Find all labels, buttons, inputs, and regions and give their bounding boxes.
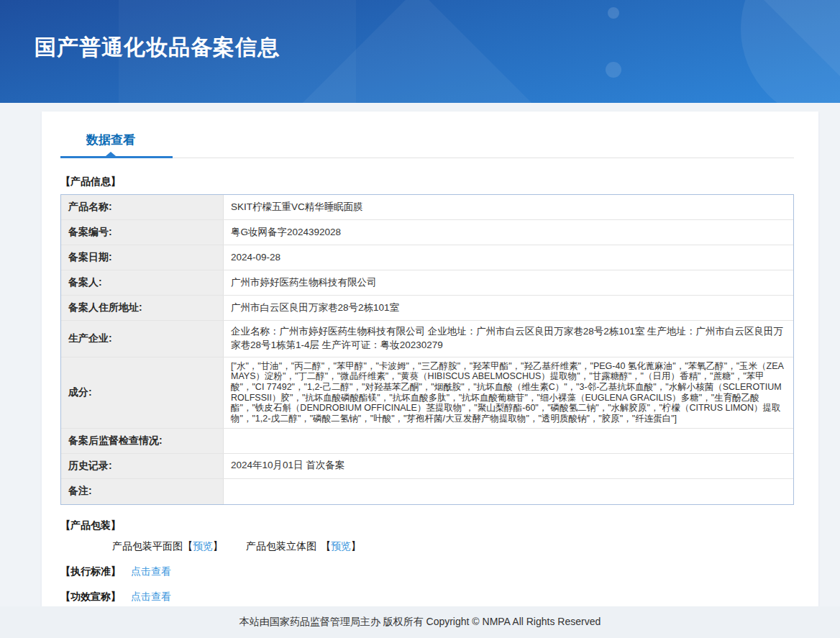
- standards-row: 【执行标准】 点击查看: [60, 565, 818, 578]
- page-footer: 本站由国家药品监督管理局主办 版权所有 Copyright © NMPA All…: [0, 606, 840, 638]
- left-bracket: 【: [321, 540, 331, 553]
- field-label: 备案编号:: [61, 220, 224, 245]
- table-row-registrant-address: 备案人住所地址: 广州市白云区良田万家巷28号2栋101室: [61, 296, 793, 321]
- table-row-product-name: 产品名称: SKIT柠檬五重VC精华睡眠面膜: [61, 195, 793, 220]
- tab-divider-line: [173, 158, 794, 158]
- packaging-flat-label: 产品包装平面图: [112, 540, 183, 553]
- field-value: 企业名称：广州市婷好医药生物科技有限公司 企业地址：广州市白云区良田万家巷28号…: [224, 321, 793, 357]
- footer-copyright-text: 本站由国家药品监督管理局主办 版权所有 Copyright © NMPA All…: [239, 616, 601, 629]
- field-label: 生产企业:: [61, 321, 224, 357]
- table-row-ingredients: 成分: ["水"，"甘油"，"丙二醇"，"苯甲醇"，"卡波姆"，"三乙醇胺"，"…: [61, 357, 793, 429]
- tab-active-indicator: [60, 156, 173, 158]
- packaging-stereo-group: 产品包装立体图 【 预览 】: [246, 540, 361, 553]
- tab-data-view[interactable]: 数据查看: [86, 132, 135, 148]
- standards-view-link[interactable]: 点击查看: [131, 565, 171, 578]
- table-row-manufacturer: 生产企业: 企业名称：广州市婷好医药生物科技有限公司 企业地址：广州市白云区良田…: [61, 321, 793, 357]
- field-value: ["水"，"甘油"，"丙二醇"，"苯甲醇"，"卡波姆"，"三乙醇胺"，"羟苯甲酯…: [224, 357, 793, 428]
- packaging-flat-preview-link[interactable]: 预览: [193, 540, 213, 553]
- header-decor-dot-2: [606, 62, 621, 78]
- field-label: 产品名称:: [61, 195, 224, 219]
- packaging-row: 产品包装平面图 【 预览 】 产品包装立体图 【 预览 】: [60, 540, 818, 553]
- field-value: 2024年10月01日 首次备案: [224, 455, 793, 477]
- table-row-history: 历史记录: 2024年10月01日 首次备案: [61, 454, 793, 479]
- product-info-table: 产品名称: SKIT柠檬五重VC精华睡眠面膜 备案编号: 粤G妆网备字20243…: [60, 194, 794, 505]
- field-value: SKIT柠檬五重VC精华睡眠面膜: [224, 196, 793, 219]
- field-value: [224, 487, 793, 496]
- tab-underline: [60, 156, 794, 158]
- right-bracket: 】: [213, 540, 223, 553]
- section-title-product-info: 【产品信息】: [60, 176, 818, 188]
- field-value: 广州市白云区良田万家巷28号2栋101室: [224, 297, 793, 319]
- field-value: 广州市婷好医药生物科技有限公司: [224, 272, 793, 294]
- field-value: 粤G妆网备字2024392028: [224, 222, 793, 244]
- field-value: [224, 437, 793, 445]
- tab-active-arrow-icon: [106, 152, 116, 156]
- field-label: 备案日期:: [61, 245, 224, 270]
- field-value: 2024-09-28: [224, 247, 793, 269]
- section-title-efficacy: 【功效宣称】: [60, 591, 121, 603]
- section-title-standards: 【执行标准】: [60, 565, 121, 578]
- field-label: 备案后监督检查情况:: [61, 429, 224, 453]
- table-row-supervision-check: 备案后监督检查情况:: [61, 429, 793, 454]
- field-label: 成分:: [61, 357, 224, 428]
- table-row-filing-date: 备案日期: 2024-09-28: [61, 245, 793, 270]
- packaging-flat-group: 产品包装平面图 【 预览 】: [112, 540, 223, 553]
- table-row-registrant: 备案人: 广州市婷好医药生物科技有限公司: [61, 270, 793, 296]
- left-bracket: 【: [183, 540, 193, 553]
- main-area: 数据查看 【产品信息】 产品名称: SKIT柠檬五重VC精华睡眠面膜 备案编号:…: [0, 103, 840, 625]
- field-label: 备案人住所地址:: [61, 296, 224, 320]
- field-label: 备案人:: [61, 270, 224, 295]
- table-row-remarks: 备注:: [61, 479, 793, 504]
- right-bracket: 】: [351, 540, 361, 553]
- packaging-stereo-label: 产品包装立体图: [246, 540, 316, 553]
- page-header: 国产普通化妆品备案信息: [0, 0, 840, 103]
- field-label: 备注:: [61, 479, 224, 504]
- header-decor-glow: [741, 0, 840, 103]
- section-title-packaging: 【产品包装】: [60, 519, 818, 532]
- table-row-filing-number: 备案编号: 粤G妆网备字2024392028: [61, 220, 793, 245]
- efficacy-row: 【功效宣称】 点击查看: [60, 591, 818, 603]
- header-decor-dot: [608, 7, 619, 19]
- field-label: 历史记录:: [61, 454, 224, 478]
- page-title: 国产普通化妆品备案信息: [35, 33, 280, 63]
- efficacy-view-link[interactable]: 点击查看: [131, 591, 171, 603]
- content-card: 数据查看 【产品信息】 产品名称: SKIT柠檬五重VC精华睡眠面膜 备案编号:…: [42, 111, 818, 625]
- packaging-stereo-preview-link[interactable]: 预览: [331, 540, 351, 553]
